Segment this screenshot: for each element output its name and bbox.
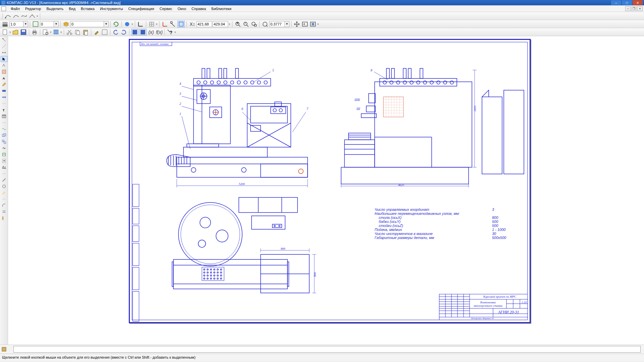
save-icon[interactable] [20, 29, 27, 36]
menu-help[interactable]: Справка [189, 6, 209, 11]
style-icon[interactable] [32, 21, 39, 27]
prop-collapse-icon[interactable] [1, 347, 7, 352]
parametrize-icon[interactable] [1, 88, 7, 94]
properties-icon[interactable] [52, 29, 60, 36]
help-context-icon[interactable]: ? [166, 29, 174, 36]
undo-icon[interactable] [112, 29, 119, 36]
coord-x-icon[interactable]: X↕ [189, 21, 196, 27]
menu-window[interactable]: Окно [175, 6, 189, 11]
fx-icon[interactable]: f(x) [155, 29, 163, 36]
menu-view[interactable]: Вид [66, 6, 78, 11]
redo-icon[interactable] [120, 29, 127, 36]
table-icon[interactable] [1, 113, 7, 119]
local-cs-icon[interactable] [161, 21, 169, 27]
minimize-button[interactable]: – [611, 0, 621, 5]
variables-icon[interactable]: (x) [147, 29, 155, 36]
mdi-minimize-button[interactable]: – [625, 6, 631, 11]
zoom-fit-icon[interactable] [261, 21, 269, 27]
property-input-area[interactable] [13, 346, 641, 353]
menu-insert[interactable]: Вставка [78, 6, 97, 11]
zoom-all-icon[interactable] [309, 21, 317, 27]
snap-end-icon[interactable] [169, 21, 177, 27]
zoom-input[interactable] [269, 21, 285, 27]
dropdown-arrow-icon[interactable]: ▼ [285, 21, 289, 27]
layer-icon[interactable] [62, 21, 70, 27]
text-tool-icon[interactable]: T [1, 107, 7, 113]
wave-icon[interactable] [1, 126, 7, 132]
edit-icon[interactable] [1, 81, 7, 87]
color-fill-icon[interactable] [123, 21, 131, 27]
hatch-icon[interactable] [1, 69, 7, 75]
dimension-icon[interactable] [1, 50, 7, 56]
aux-line-icon[interactable] [1, 43, 7, 49]
open-icon[interactable] [12, 29, 19, 36]
spline-icon[interactable] [12, 13, 20, 19]
mdi-restore-button[interactable]: ❐ [631, 6, 637, 11]
collapse-icon[interactable] [1, 215, 7, 221]
new-doc-icon[interactable] [1, 29, 9, 36]
maximize-button[interactable]: □ [622, 0, 632, 5]
zoom-window-icon[interactable] [250, 21, 258, 27]
close-button[interactable]: ✕ [633, 0, 643, 5]
leader-a-icon[interactable]: A↓ [1, 164, 7, 170]
zoom-prev-icon[interactable] [301, 21, 309, 27]
format-brush-icon[interactable] [93, 29, 100, 36]
dropdown-arrow-icon[interactable]: ▼ [54, 21, 59, 27]
circle-tool-icon[interactable] [1, 183, 7, 189]
refresh-icon[interactable] [112, 21, 120, 27]
edit-point-icon[interactable] [1, 190, 7, 196]
canvas[interactable]: Зен. от шпиндл. головки [8, 36, 644, 345]
geometry-point-icon[interactable] [1, 37, 7, 43]
grid-icon[interactable] [148, 21, 155, 27]
line-weight-icon[interactable] [1, 21, 9, 27]
layer-input[interactable] [70, 21, 104, 27]
coord-x-input[interactable] [197, 21, 212, 27]
layer-combo[interactable]: ▼ [70, 21, 109, 27]
report-icon[interactable]: ≡ [1, 158, 7, 164]
ortho-icon[interactable] [137, 21, 144, 27]
line-tool-icon[interactable] [1, 177, 7, 183]
spline-point-icon[interactable] [4, 13, 12, 19]
manager-1-icon[interactable] [131, 29, 139, 36]
parallel-icon[interactable] [1, 209, 7, 215]
select-arrow-icon[interactable] [1, 56, 7, 62]
view-insert-icon[interactable] [1, 132, 7, 138]
break-line-icon[interactable] [1, 145, 7, 151]
spec-obj-icon[interactable] [1, 152, 7, 158]
snap-toggle-icon[interactable] [177, 21, 185, 27]
print-icon[interactable] [31, 29, 38, 36]
menu-file[interactable]: Файл [8, 6, 22, 11]
line-weight-input[interactable] [9, 21, 23, 27]
cut-icon[interactable] [66, 29, 73, 36]
dropdown-arrow-icon[interactable]: ▼ [104, 21, 109, 27]
style-combo[interactable]: ▼ [40, 21, 59, 27]
manager-2-icon[interactable] [139, 29, 147, 36]
preview-icon[interactable] [42, 29, 49, 36]
pan-icon[interactable] [293, 21, 301, 27]
style-input[interactable] [40, 21, 54, 27]
paste-icon[interactable] [82, 29, 89, 36]
object-props-icon[interactable] [101, 29, 108, 36]
menu-select[interactable]: Выделить [44, 6, 66, 11]
menu-service[interactable]: Сервис [157, 6, 175, 11]
arc-tool-icon[interactable] [1, 202, 7, 208]
zoom-out-icon[interactable]: - [242, 21, 250, 27]
menu-libraries[interactable]: Библиотеки [209, 6, 234, 11]
copy-icon[interactable] [74, 29, 81, 36]
menu-editor[interactable]: Редактор [22, 6, 44, 11]
bezier-icon[interactable] [29, 13, 36, 19]
roughness-icon[interactable] [1, 62, 7, 68]
zoom-combo[interactable]: ▼ [269, 21, 289, 27]
mdi-close-button[interactable]: × [637, 6, 643, 11]
menu-specification[interactable]: Спецификация [126, 6, 157, 11]
menu-tools[interactable]: Инструменты [97, 6, 126, 11]
line-weight-combo[interactable]: ▼ [9, 21, 28, 27]
nurbs-icon[interactable] [20, 13, 28, 19]
assoc-view-icon[interactable] [1, 139, 7, 145]
text-a-icon[interactable]: A [1, 75, 7, 81]
coord-y-input[interactable] [213, 21, 228, 27]
zoom-in-icon[interactable]: + [234, 21, 241, 27]
measure-icon[interactable] [1, 94, 7, 100]
dropdown-arrow-icon[interactable]: ▼ [23, 21, 28, 27]
doc-icon[interactable] [1, 6, 6, 11]
